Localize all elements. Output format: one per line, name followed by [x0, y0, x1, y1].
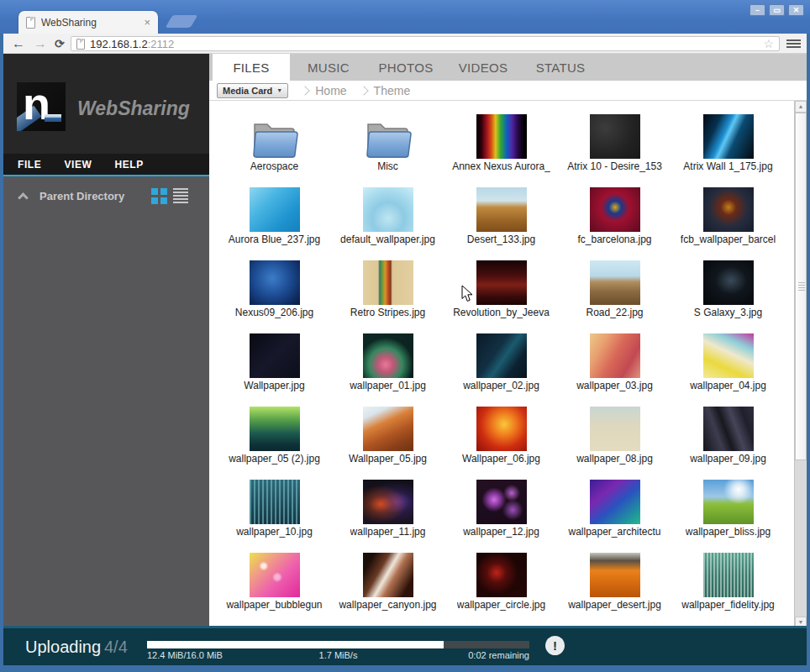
- file-thumbnail: [590, 187, 640, 232]
- forward-icon[interactable]: →: [34, 35, 47, 52]
- file-item[interactable]: Wallpaper.jpg: [218, 333, 331, 407]
- close-tab-icon[interactable]: ×: [144, 17, 150, 28]
- file-item[interactable]: wallpaper_desert.jpg: [558, 553, 671, 626]
- file-thumbnail: [363, 553, 413, 597]
- menu-icon[interactable]: [786, 39, 801, 50]
- menu-file[interactable]: FILE: [18, 159, 41, 171]
- back-icon[interactable]: ←: [12, 35, 25, 52]
- file-name: Annex Nexus Aurora_: [452, 160, 550, 172]
- file-thumbnail: [590, 333, 640, 378]
- file-item[interactable]: wallpaper_architectu: [558, 480, 671, 553]
- file-name: wallpaper_08.jpg: [576, 453, 653, 465]
- file-item[interactable]: wallpaper_02.jpg: [444, 333, 558, 407]
- upload-bytes: 12.4 MiB/16.0 MiB: [147, 650, 223, 660]
- file-thumbnail: [590, 114, 640, 159]
- minimize-button[interactable]: –: [750, 4, 765, 16]
- chevron-up-icon: [18, 192, 29, 203]
- file-item[interactable]: Road_22.jpg: [558, 260, 671, 333]
- maximize-button[interactable]: ▭: [769, 4, 785, 16]
- file-item[interactable]: Aerospace: [218, 114, 331, 187]
- scroll-up-icon[interactable]: ▲: [795, 101, 807, 113]
- tab-files[interactable]: FILES: [213, 54, 290, 81]
- file-thumbnail: [590, 553, 640, 597]
- file-name: wallpaper_09.jpg: [690, 453, 766, 465]
- file-name: Wallpaper_05.jpg: [349, 453, 427, 465]
- file-item[interactable]: Annex Nexus Aurora_: [444, 114, 558, 187]
- file-name: fc_barcelona.jpg: [577, 234, 651, 245]
- file-item[interactable]: Misc: [331, 114, 444, 187]
- file-item[interactable]: wallpaper_bubblegun: [218, 553, 331, 626]
- alert-icon[interactable]: !: [545, 636, 565, 655]
- file-item[interactable]: Atrix Wall 1_175.jpg: [671, 114, 785, 187]
- file-name: wallpaper_01.jpg: [350, 380, 426, 391]
- mouse-cursor: [461, 285, 473, 302]
- file-name: default_wallpaper.jpg: [340, 234, 435, 245]
- parent-directory-label: Parent Directory: [39, 190, 124, 202]
- file-name: wallpaper_10.jpg: [236, 526, 313, 538]
- file-name: wallpaper_05 (2).jpg: [229, 453, 320, 465]
- file-item[interactable]: Nexus09_206.jpg: [218, 260, 331, 333]
- file-item[interactable]: wallpaper_10.jpg: [218, 480, 331, 553]
- list-view-icon[interactable]: [173, 188, 188, 203]
- file-item[interactable]: wallpaper_01.jpg: [331, 333, 444, 407]
- volume-dropdown[interactable]: Media Card ▼: [217, 83, 288, 98]
- upload-status-bar: Uploading 4/4 12.4 MiB/16.0 MiB 1.7 MiB/…: [3, 626, 807, 665]
- file-item[interactable]: default_wallpaper.jpg: [331, 187, 444, 260]
- tab-videos[interactable]: VIDEOS: [444, 54, 522, 81]
- file-item[interactable]: Wallpaper_05.jpg: [331, 407, 444, 480]
- file-item[interactable]: wallpaper_04.jpg: [671, 333, 785, 407]
- upload-progress-bar: [147, 641, 529, 648]
- file-item[interactable]: fc_barcelona.jpg: [558, 187, 671, 260]
- file-name: Atrix 10 - Desire_153: [567, 160, 662, 172]
- file-item[interactable]: wallpaper_09.jpg: [671, 407, 785, 480]
- page-icon: [76, 39, 85, 50]
- scrollbar[interactable]: ▲ ▼: [794, 101, 807, 628]
- logo-n-glyph: n: [23, 82, 50, 129]
- tab-music[interactable]: MUSIC: [290, 54, 367, 81]
- file-item[interactable]: wallpaper_05 (2).jpg: [218, 407, 331, 480]
- browser-titlebar: WebSharing × – ▭ ✕: [0, 0, 810, 34]
- page-icon: [26, 17, 35, 29]
- nav-tabstrip: FILESMUSICPHOTOSVIDEOSSTATUS: [209, 54, 807, 81]
- address-bar[interactable]: 192.168.1.2:2112 ☆: [71, 36, 780, 51]
- tab-photos[interactable]: PHOTOS: [367, 54, 444, 81]
- file-item[interactable]: wallpaper_fidelity.jpg: [671, 553, 785, 626]
- file-item[interactable]: Atrix 10 - Desire_153: [558, 114, 671, 187]
- file-thumbnail: [476, 553, 527, 597]
- file-item[interactable]: fcb_wallpaper_barcel: [671, 187, 785, 260]
- menu-view[interactable]: VIEW: [64, 159, 92, 171]
- bookmark-star-icon[interactable]: ☆: [763, 38, 774, 50]
- new-tab-button[interactable]: [166, 15, 198, 28]
- file-name: Nexus09_206.jpg: [235, 307, 313, 318]
- file-item[interactable]: wallpaper_bliss.jpg: [671, 480, 785, 553]
- url-text: 192.168.1.2:2112: [90, 38, 174, 50]
- file-item[interactable]: wallpaper_circle.jpg: [444, 553, 558, 626]
- file-thumbnail: [703, 187, 754, 232]
- file-name: Misc: [377, 160, 398, 172]
- scrollbar-thumb[interactable]: [795, 113, 807, 460]
- app-brand: WebSharing: [77, 97, 190, 120]
- file-item[interactable]: Wallpaper_06.jpg: [444, 407, 558, 480]
- tab-status[interactable]: STATUS: [522, 54, 599, 81]
- file-name: wallpaper_04.jpg: [690, 380, 766, 391]
- close-button[interactable]: ✕: [788, 4, 804, 16]
- menu-help[interactable]: HELP: [114, 159, 143, 171]
- breadcrumb-theme[interactable]: Theme: [374, 84, 411, 97]
- file-thumbnail: [476, 260, 527, 305]
- file-item[interactable]: wallpaper_03.jpg: [558, 333, 671, 407]
- browser-tab-title: WebSharing: [41, 17, 144, 29]
- browser-tab[interactable]: WebSharing ×: [18, 11, 158, 34]
- file-item[interactable]: Desert_133.jpg: [444, 187, 558, 260]
- file-item[interactable]: Retro Stripes.jpg: [331, 260, 444, 333]
- grid-view-icon[interactable]: [151, 188, 167, 204]
- app-logo: n: [17, 82, 66, 131]
- file-item[interactable]: S Galaxy_3.jpg: [671, 260, 785, 333]
- reload-icon[interactable]: ⟳: [55, 35, 65, 52]
- file-item[interactable]: wallpaper_11.jpg: [331, 480, 444, 553]
- file-item[interactable]: Aurora Blue_237.jpg: [218, 187, 331, 260]
- file-grid-area: Aerospace Misc Annex Nexus Aurora_ Atrix…: [209, 101, 794, 628]
- breadcrumb-home[interactable]: Home: [315, 84, 346, 97]
- file-item[interactable]: wallpaper_canyon.jpg: [331, 553, 444, 626]
- file-item[interactable]: wallpaper_08.jpg: [558, 407, 671, 480]
- file-item[interactable]: wallpaper_12.jpg: [444, 480, 558, 553]
